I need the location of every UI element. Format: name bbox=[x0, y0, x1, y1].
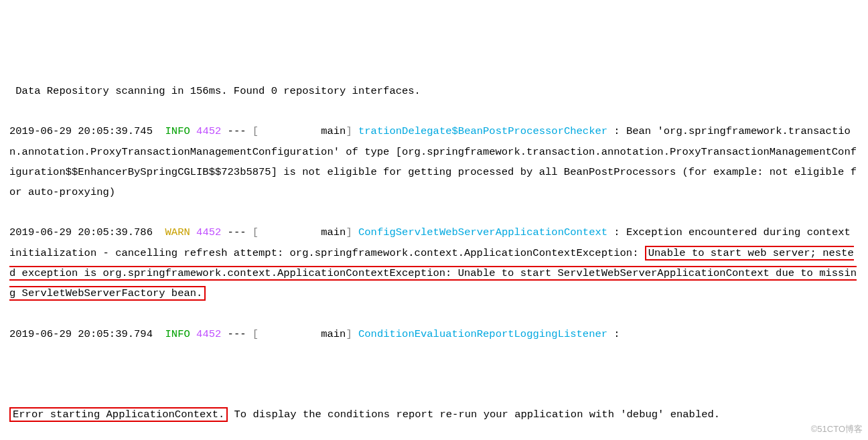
level-warn: WARN bbox=[165, 226, 190, 238]
level-info: INFO bbox=[165, 328, 190, 340]
log-line: 2019-06-29 20:05:39.786 WARN 4452 --- [ … bbox=[9, 222, 859, 303]
bracket-open: [ bbox=[252, 226, 259, 238]
colon: : bbox=[607, 125, 626, 137]
timestamp: 2019-06-29 20:05:39.794 bbox=[9, 328, 153, 340]
colon: : bbox=[607, 226, 626, 238]
log-line: 2019-06-29 20:05:39.745 INFO 4452 --- [ … bbox=[9, 121, 859, 202]
timestamp: 2019-06-29 20:05:39.745 bbox=[9, 125, 153, 137]
dash: --- bbox=[228, 328, 246, 340]
timestamp: 2019-06-29 20:05:39.786 bbox=[9, 226, 153, 238]
dash: --- bbox=[228, 226, 246, 238]
pid: 4452 bbox=[196, 125, 221, 137]
watermark: ©51CTO博客 bbox=[811, 421, 863, 437]
blank-line bbox=[9, 364, 859, 384]
log-line: Error starting ApplicationContext. To di… bbox=[9, 405, 859, 425]
bracket-close: ] bbox=[346, 226, 352, 238]
thread: main bbox=[259, 125, 346, 137]
level-info: INFO bbox=[165, 125, 190, 137]
logger-name: trationDelegate$BeanPostProcessorChecker bbox=[358, 125, 607, 137]
logger-name: ConditionEvaluationReportLoggingListener bbox=[358, 328, 607, 340]
highlight-error-box: Error starting ApplicationContext. bbox=[9, 407, 228, 422]
bracket-open: [ bbox=[252, 125, 259, 137]
bracket-open: [ bbox=[252, 328, 259, 340]
log-text: Data Repository scanning in 156ms. Found… bbox=[9, 85, 421, 97]
dash: --- bbox=[228, 125, 246, 137]
thread: main bbox=[259, 328, 346, 340]
colon: : bbox=[607, 328, 626, 340]
logger-name: ConfigServletWebServerApplicationContext bbox=[358, 226, 607, 238]
log-line: 2019-06-29 20:05:39.794 INFO 4452 --- [ … bbox=[9, 324, 859, 344]
pid: 4452 bbox=[196, 328, 221, 340]
log-text: To display the conditions report re-run … bbox=[228, 409, 720, 421]
thread: main bbox=[259, 226, 346, 238]
pid: 4452 bbox=[196, 226, 221, 238]
log-line: Data Repository scanning in 156ms. Found… bbox=[9, 81, 859, 101]
bracket-close: ] bbox=[346, 125, 352, 137]
bracket-close: ] bbox=[346, 328, 352, 340]
